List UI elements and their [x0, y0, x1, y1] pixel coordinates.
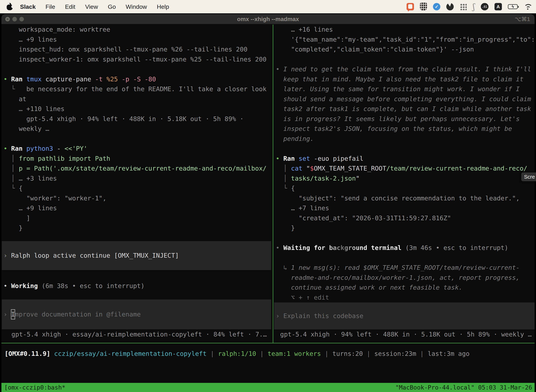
- blue-badge-icon[interactable]: ✓: [433, 3, 440, 10]
- text-segment: inspect_worker-1: omx sparkshell --tmux-…: [4, 56, 267, 63]
- text-segment: ↳: [276, 264, 291, 271]
- chat-app-icon[interactable]: [407, 3, 414, 10]
- grid-shield-icon[interactable]: [420, 3, 427, 11]
- text-segment: team:1 workers: [268, 350, 321, 357]
- text-segment: … +3 lines: [19, 175, 57, 182]
- window-shortcut-hint: ⌥⌘1: [515, 14, 530, 24]
- text-segment: is in progress? It seems likely but perh…: [276, 115, 520, 122]
- menu-item-go[interactable]: Go: [108, 3, 116, 10]
- text-segment: Ran: [283, 155, 299, 162]
- text-segment: {: [19, 185, 23, 192]
- text-segment: <<'PY': [65, 145, 87, 152]
- squiggle-icon[interactable]: ʃ: [473, 2, 475, 11]
- terminal-line: continue assigned work or next feasible …: [276, 283, 535, 293]
- terminal-line: inspect task2's JSON, focusing on the st…: [276, 124, 535, 134]
- terminal-line: │ … +3 lines: [4, 173, 272, 183]
- window-title: omx --xhigh --madmax: [1, 14, 535, 24]
- text-segment: … +9 lines: [4, 205, 57, 212]
- input-source-icon[interactable]: A: [494, 3, 502, 10]
- tmux-host-clock-label: "MacBook-Pro-44.local" 05:03 31-Mar-26: [395, 384, 532, 391]
- text-segment: -80: [144, 75, 156, 83]
- text-segment: •: [4, 281, 11, 291]
- prompt-input-left[interactable]: › Improve documentation in @filename: [2, 299, 271, 329]
- text-segment: later. Using the same for transition mig…: [276, 85, 520, 93]
- text-segment: … +7 lines: [276, 205, 329, 212]
- right-terminal-pane[interactable]: … +16 lines '{"team_name":"my-team","tas…: [274, 25, 535, 343]
- terminal-line: task2 after task1 is complete, but can I…: [276, 104, 535, 114]
- text-segment: should send a message before completing …: [276, 95, 531, 103]
- text-segment: last:3m ago: [428, 350, 469, 357]
- text-segment: │: [276, 175, 291, 182]
- text-segment: %25: [106, 75, 122, 83]
- text-segment: Ran: [11, 145, 26, 152]
- terminal-line: gpt-5.4 xhigh · 94% left · 488K in · 5.1…: [4, 114, 272, 124]
- screen-share-tooltip: Scre: [521, 173, 536, 181]
- text-segment: p = Path('.omx/state/team/review-current…: [19, 165, 267, 172]
- terminal-line: '{"team_name":"my-team","task_id":"1","f…: [276, 35, 535, 45]
- terminal-line: │ cat "$OMX_TEAM_STATE_ROOT/team/review-…: [276, 163, 535, 173]
- text-segment: be necessary for the end of the README. …: [26, 85, 266, 93]
- terminal-line: [4, 134, 272, 144]
- text-segment: Waiting for background terminal: [283, 244, 402, 251]
- input-placeholder: mprove documentation in @filename: [15, 309, 141, 319]
- text-segment: at: [4, 95, 26, 103]
- menu-item-edit[interactable]: Edit: [65, 3, 76, 10]
- menu-item-window[interactable]: Window: [126, 3, 147, 10]
- menu-status-icons: ✓ʃ..61Aϟ: [407, 2, 532, 11]
- prompt-chevron-icon: ›: [4, 309, 11, 319]
- working-status-line: • Working (6m 38s • esc to interrupt): [4, 281, 144, 291]
- left-terminal-pane[interactable]: workspace_mode: worktree … +9 lines insp…: [2, 25, 272, 343]
- menu-item-view[interactable]: View: [85, 3, 98, 10]
- text-segment: inspect_hud: omx sparkshell --tmux-pane …: [4, 46, 247, 53]
- terminal-line: … +9 lines: [4, 203, 272, 213]
- terminal-line: … +7 lines: [276, 203, 535, 213]
- active-app-name[interactable]: Slack: [20, 3, 36, 10]
- right-pane-status-line: gpt-5.4 xhigh · 94% left · 488K in · 5.1…: [274, 330, 535, 339]
- text-segment: -S: [133, 75, 144, 83]
- text-segment: └: [276, 185, 291, 192]
- text-segment: cat: [291, 165, 306, 172]
- terminal-line: • Ran python3 - <<'PY': [4, 144, 272, 154]
- text-segment: ⌥ + ↑ edit: [276, 294, 329, 301]
- text-segment: "created_at": "2026-03-31T11:59:27.816Z": [276, 215, 451, 222]
- text-segment: -t: [95, 75, 106, 83]
- terminal-line: "subject": "send a concise recommendatio…: [276, 193, 535, 203]
- terminal-line: ⌥ + ↑ edit: [276, 293, 535, 303]
- menu-item-help[interactable]: Help: [157, 3, 169, 10]
- prompt-input-right[interactable]: › Explain this codebase: [274, 303, 535, 330]
- terminal-line: should send a message before completing …: [276, 94, 535, 104]
- text-segment: │: [4, 155, 19, 162]
- wifi-icon[interactable]: [524, 4, 532, 10]
- text-segment: -p: [122, 75, 133, 83]
- text-segment: tmux: [26, 75, 45, 83]
- text-segment: |: [256, 350, 268, 357]
- battery-icon[interactable]: ϟ: [508, 4, 518, 9]
- input-placeholder: Explain this codebase: [283, 311, 363, 321]
- text-cursor: I: [11, 309, 15, 319]
- terminal-line: weekly …: [4, 124, 272, 134]
- terminal-line: └ {: [4, 183, 272, 193]
- disc-app-icon[interactable]: [446, 3, 454, 10]
- text-segment: "worker": "worker-1",: [4, 195, 106, 202]
- apple-menu-icon[interactable]: [7, 3, 13, 10]
- tmux-vertical-pane-border[interactable]: [273, 25, 273, 343]
- text-segment: 1 new msg(s): read $OMX_TEAM_STATE_ROOT/…: [291, 264, 520, 271]
- badge-61-icon[interactable]: ..61: [481, 3, 488, 10]
- text-segment: keep that in mind. Maybe I also need the…: [276, 75, 523, 83]
- text-segment: readme-and-reco/mailbox/worker-1.json, a…: [276, 274, 520, 281]
- text-segment: python3: [26, 145, 57, 152]
- text-segment: from pathlib import Path: [19, 155, 110, 162]
- terminal-line: }: [4, 223, 272, 233]
- text-segment: $: [310, 165, 314, 172]
- omx-session-status-bar: [OMX#0.11.9] cczip/essay/ai-reimplementa…: [5, 349, 469, 359]
- window-title-bar[interactable]: omx --xhigh --madmax ⌥⌘1: [1, 14, 535, 24]
- terminal-line: [276, 253, 535, 263]
- terminal-line: [276, 54, 535, 65]
- text-segment: |: [321, 350, 332, 357]
- text-segment: workspace_mode: worktree: [4, 26, 110, 33]
- terminal-line: later. Using the same for transition mig…: [276, 84, 535, 94]
- right-pane-output: … +16 lines '{"team_name":"my-team","tas…: [274, 25, 535, 303]
- menu-item-file[interactable]: File: [46, 3, 55, 10]
- dots-grid-icon[interactable]: [460, 3, 467, 10]
- text-segment: |: [416, 350, 428, 357]
